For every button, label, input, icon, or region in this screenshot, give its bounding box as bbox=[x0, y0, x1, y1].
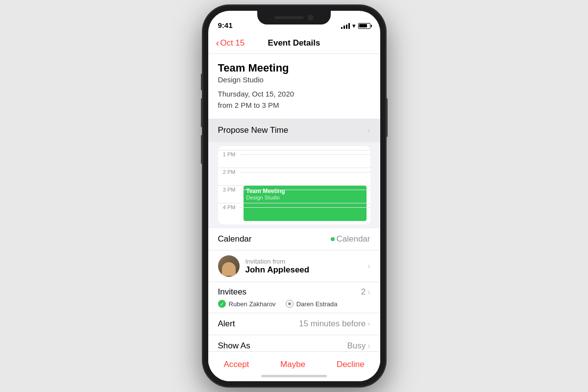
alert-row[interactable]: Alert 15 minutes before › bbox=[208, 313, 380, 335]
navigation-bar: ‹ Oct 15 Event Details bbox=[208, 32, 380, 54]
invitees-row[interactable]: Invitees 2 › ✓ Ruben Zakharov bbox=[208, 282, 380, 313]
time-row-1pm: 1 PM bbox=[218, 150, 370, 168]
wifi-icon: ▾ bbox=[352, 22, 356, 29]
invitation-text: Invitation from John Appleseed bbox=[245, 258, 362, 275]
invitation-from-label: Invitation from bbox=[245, 258, 362, 265]
volume-up-button bbox=[201, 98, 202, 127]
calendar-value: Calendar bbox=[331, 234, 370, 244]
screen: 9:41 ▾ ‹ Oct bbox=[208, 11, 380, 381]
phone-body: 9:41 ▾ ‹ Oct bbox=[202, 5, 386, 387]
battery-icon bbox=[358, 23, 370, 29]
event-date: Thursday, Oct 15, 2020 from 2 PM to 3 PM bbox=[218, 89, 370, 111]
green-dot-icon bbox=[331, 237, 335, 241]
event-header: Team Meeting Design Studio Thursday, Oct… bbox=[208, 54, 380, 119]
invitation-row[interactable]: Invitation from John Appleseed › bbox=[208, 250, 380, 282]
event-title: Team Meeting bbox=[218, 62, 370, 74]
invitees-list: ✓ Ruben Zakharov Daren Estrada bbox=[218, 300, 370, 308]
content-area[interactable]: Team Meeting Design Studio Thursday, Oct… bbox=[208, 54, 380, 381]
invitation-name: John Appleseed bbox=[245, 265, 362, 275]
chevron-right-show-as-icon: › bbox=[368, 342, 370, 350]
chevron-right-icon: › bbox=[368, 126, 370, 135]
show-as-value: Busy › bbox=[347, 341, 370, 351]
time-row-2pm: 2 PM Team Meeting Design Studio bbox=[218, 168, 370, 185]
time-grid: 1 PM 2 PM Team Meeting Design Studio bbox=[218, 150, 370, 220]
time-row-4pm: 4 PM bbox=[218, 203, 370, 220]
time-label-3pm: 3 PM bbox=[218, 186, 240, 193]
chevron-right-alert-icon: › bbox=[368, 319, 370, 328]
show-as-label: Show As bbox=[218, 341, 250, 351]
calendar-row[interactable]: Calendar Calendar bbox=[208, 228, 380, 250]
calendar-value-text: Calendar bbox=[337, 234, 370, 244]
speaker bbox=[274, 16, 304, 19]
front-camera bbox=[308, 15, 314, 21]
show-as-value-text: Busy bbox=[347, 341, 366, 351]
accept-button[interactable]: Accept bbox=[216, 358, 257, 371]
avatar bbox=[218, 255, 240, 277]
alert-label: Alert bbox=[218, 319, 235, 329]
alert-value-text: 15 minutes before bbox=[299, 319, 366, 329]
calendar-label: Calendar bbox=[218, 234, 252, 244]
power-button bbox=[386, 98, 388, 137]
decline-button[interactable]: Decline bbox=[329, 358, 372, 371]
event-date-line2: from 2 PM to 3 PM bbox=[218, 101, 279, 109]
propose-label: Propose New Time bbox=[218, 125, 289, 135]
maybe-button[interactable]: Maybe bbox=[272, 358, 313, 371]
volume-down-button bbox=[201, 135, 202, 164]
time-row-3pm: 3 PM bbox=[218, 185, 370, 203]
invitee-2-name: Daren Estrada bbox=[296, 300, 338, 308]
invitees-count: 2 › bbox=[361, 287, 370, 297]
invitee-2: Daren Estrada bbox=[286, 300, 338, 308]
status-icons: ▾ bbox=[341, 22, 370, 29]
home-indicator bbox=[261, 375, 327, 377]
chevron-left-icon: ‹ bbox=[216, 38, 220, 48]
back-button[interactable]: ‹ Oct 15 bbox=[216, 38, 245, 48]
signal-icon bbox=[341, 23, 350, 29]
phone-wrapper: 9:41 ▾ ‹ Oct bbox=[202, 5, 386, 387]
invitee-1: ✓ Ruben Zakharov bbox=[218, 300, 276, 308]
chevron-right-invitation-icon: › bbox=[368, 262, 370, 270]
time-label-1pm: 1 PM bbox=[218, 150, 240, 157]
mini-calendar: 1 PM 2 PM Team Meeting Design Studio bbox=[218, 146, 370, 224]
invitees-header: Invitees 2 › bbox=[218, 287, 370, 297]
invitee-1-name: Ruben Zakharov bbox=[229, 300, 276, 308]
page-title: Event Details bbox=[268, 38, 320, 48]
alert-value: 15 minutes before › bbox=[299, 319, 370, 329]
back-label: Oct 15 bbox=[220, 38, 245, 48]
green-check-icon: ✓ bbox=[218, 300, 226, 308]
event-date-line1: Thursday, Oct 15, 2020 bbox=[218, 90, 294, 98]
propose-new-time-row[interactable]: Propose New Time › bbox=[208, 119, 380, 142]
time-label-4pm: 4 PM bbox=[218, 203, 240, 210]
invitees-label: Invitees bbox=[218, 287, 247, 297]
status-time: 9:41 bbox=[218, 21, 233, 29]
circle-dot-icon bbox=[286, 300, 294, 308]
time-label-2pm: 2 PM bbox=[218, 168, 240, 175]
event-subtitle: Design Studio bbox=[218, 75, 370, 84]
invitees-count-number: 2 bbox=[361, 287, 366, 297]
notch bbox=[257, 11, 331, 24]
chevron-right-invitees-icon: › bbox=[368, 288, 370, 296]
